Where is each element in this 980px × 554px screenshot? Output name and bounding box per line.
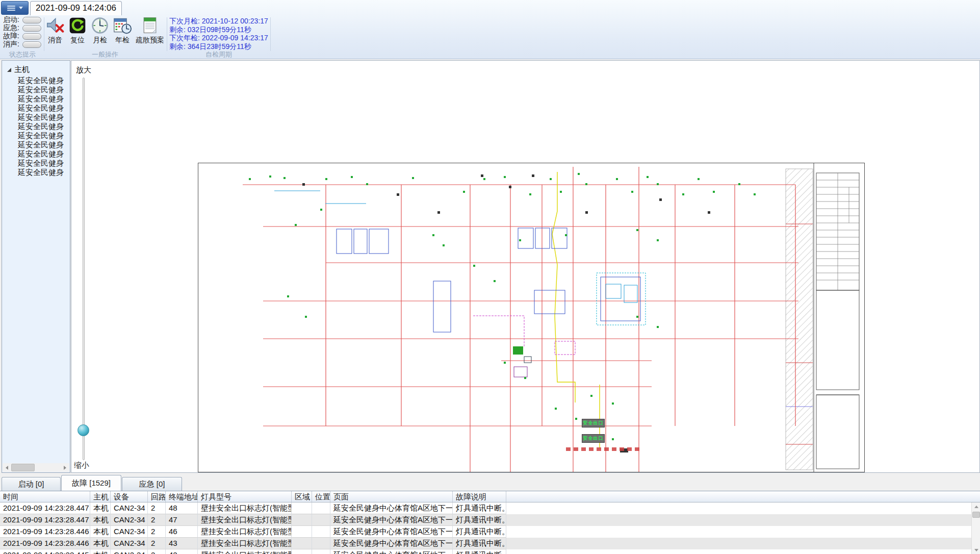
scrollbar-thumb[interactable] — [972, 512, 980, 518]
cell-terminal-address: 43 — [166, 538, 198, 549]
next-monthly-check: 下次月检: 2021-10-12 00:23:17 — [169, 17, 268, 26]
cell-location — [312, 514, 330, 526]
tree-root-host[interactable]: 主机 — [7, 65, 70, 74]
cell-device: CAN2-34 — [111, 514, 148, 526]
tree-item-device[interactable]: 延安全民健身 — [18, 140, 69, 149]
tree-item-device[interactable]: 延安全民健身 — [18, 113, 69, 122]
scroll-right-button[interactable] — [61, 463, 69, 472]
column-header[interactable]: 终端地址 — [166, 491, 198, 502]
monthly-remaining: 剩余: 032日09时59分11秒 — [169, 26, 268, 34]
selfcheck-group: 下次月检: 2021-10-12 00:23:17 剩余: 032日09时59分… — [169, 17, 268, 51]
table-row[interactable]: 2021-09-09 14:23:28.446 本机 CAN2-34 2 43 … — [0, 538, 971, 549]
column-header[interactable]: 位置 — [312, 491, 330, 502]
scrollbar-thumb[interactable] — [11, 464, 35, 471]
safety-exit-badge: 安全出口 — [582, 434, 605, 443]
zoom-in-label[interactable]: 放大 — [76, 65, 91, 75]
tab-start-events[interactable]: 启动 [0] — [2, 477, 61, 491]
column-header[interactable]: 主机 — [90, 491, 111, 502]
tree-item-device[interactable]: 延安全民健身 — [18, 168, 69, 177]
cad-floorplan-drawing[interactable]: 安全出口 安全出口 — [198, 163, 865, 472]
cell-location — [312, 502, 330, 514]
cell-lamp-model: 壁挂安全出口标志灯(智能型) — [198, 526, 292, 538]
event-log-panel: 启动 [0] 故障 [1529] 应急 [0] 时间 主机 设备 回路 终端地址… — [0, 473, 980, 554]
cell-location — [312, 538, 330, 549]
annual-check-button[interactable]: 年检 — [112, 16, 133, 45]
group-separator — [44, 17, 44, 51]
cell-host: 本机 — [90, 549, 111, 554]
cell-terminal-address: 46 — [166, 526, 198, 538]
cell-time: 2021-09-09 14:23:28.447 — [0, 502, 90, 514]
cell-lamp-model: 壁挂安全出口标志灯(智能型) — [198, 538, 292, 549]
cad-drawing-svg — [198, 163, 865, 472]
tree-horizontal-scrollbar[interactable] — [3, 463, 69, 472]
cell-fault-description: 灯具通讯中断。 — [453, 538, 506, 549]
column-header[interactable]: 设备 — [111, 491, 148, 502]
annual-remaining: 剩余: 364日23时59分11秒 — [169, 42, 268, 51]
table-row[interactable]: 2021-09-09 14:23:28.446 本机 CAN2-34 2 46 … — [0, 526, 971, 538]
next-annual-check: 下次年检: 2022-09-09 14:23:17 — [169, 34, 268, 42]
cell-area — [292, 502, 312, 514]
cell-host: 本机 — [90, 538, 111, 549]
column-header[interactable]: 区域 — [292, 491, 312, 502]
cell-time: 2021-09-09 14:23:28.446 — [0, 526, 90, 538]
cell-terminal-address: 48 — [166, 502, 198, 514]
column-header[interactable]: 页面 — [330, 491, 453, 502]
column-header[interactable]: 回路 — [148, 491, 166, 502]
scroll-left-button[interactable] — [3, 463, 11, 472]
mute-button[interactable]: 消音 — [45, 16, 65, 45]
table-row[interactable]: 2021-09-09 14:23:28.447 本机 CAN2-34 2 48 … — [0, 502, 971, 514]
scroll-up-button[interactable] — [972, 502, 980, 511]
tree-item-device[interactable]: 延安全民健身 — [18, 122, 69, 131]
menu-icon — [7, 6, 15, 11]
group-label-selfcheck: 自检周期 — [169, 50, 268, 58]
zoom-slider-track[interactable] — [83, 78, 85, 460]
app-menu-button[interactable] — [1, 1, 29, 15]
status-indicator-start — [22, 17, 41, 23]
clock-tab[interactable]: 2021-09-09 14:24:06 — [30, 1, 122, 15]
tree-item-device[interactable]: 延安全民健身 — [18, 149, 69, 159]
ribbon-toolbar: 2021-09-09 14:24:06 启动: 应急: 故障: 消声: 状态提示 — [0, 0, 980, 59]
column-header[interactable]: 灯具型号 — [198, 491, 292, 502]
cell-device: CAN2-34 — [111, 502, 148, 514]
cell-page: 延安全民健身中心体育馆A区地下一层 — [330, 514, 453, 526]
cell-time: 2021-09-09 14:23:28.447 — [0, 514, 90, 526]
cell-area — [292, 514, 312, 526]
column-header[interactable]: 时间 — [0, 491, 90, 502]
tree-items: 延安全民健身 延安全民健身 延安全民健身 延安全民健身 延安全民健身 延安全民健… — [18, 76, 70, 177]
cell-loop: 2 — [148, 502, 166, 514]
tab-emergency-events[interactable]: 应急 [0] — [122, 477, 182, 491]
table-row[interactable]: 2021-09-09 14:23:28.447 本机 CAN2-34 2 47 … — [0, 514, 971, 526]
reset-button[interactable]: 复位 — [67, 16, 88, 45]
status-group: 启动: 应急: 故障: 消声: — [3, 16, 43, 48]
column-header[interactable]: 故障说明 — [453, 491, 506, 502]
tree-item-device[interactable]: 延安全民健身 — [18, 76, 69, 85]
zoom-slider-thumb[interactable] — [78, 424, 89, 436]
monthly-check-clock-icon — [91, 16, 109, 35]
arrow-down-icon — [974, 549, 978, 551]
annual-check-calendar-icon — [113, 16, 132, 35]
tree-item-device[interactable]: 延安全民健身 — [18, 104, 69, 113]
group-separator — [167, 17, 167, 51]
tab-fault-events[interactable]: 故障 [1529] — [61, 475, 121, 491]
zoom-out-label[interactable]: 缩小 — [74, 461, 89, 470]
evacuation-plan-button[interactable]: 疏散预案 — [135, 16, 165, 45]
table-row[interactable]: 2021-09-09 14:23:28.445 本机 CAN2-34 2 42 … — [0, 549, 971, 554]
cell-page: 延安全民健身中心体育馆A区地下一层 — [330, 526, 453, 538]
cell-terminal-address: 47 — [166, 514, 198, 526]
tree-item-device[interactable]: 延安全民健身 — [18, 131, 69, 140]
mute-speaker-icon — [46, 16, 64, 35]
evacuation-plan-icon — [141, 16, 159, 35]
tree-item-device[interactable]: 延安全民健身 — [18, 159, 69, 168]
cell-fault-description: 灯具通讯中断。 — [453, 502, 506, 514]
scroll-down-button[interactable] — [972, 546, 980, 554]
floorplan-viewport[interactable]: 放大 缩小 — [71, 60, 980, 473]
group-separator — [270, 17, 271, 51]
fault-table-body: 2021-09-09 14:23:28.447 本机 CAN2-34 2 48 … — [0, 502, 971, 554]
tree-item-device[interactable]: 延安全民健身 — [18, 85, 69, 94]
tree-expander-icon[interactable] — [7, 68, 11, 72]
monthly-check-button[interactable]: 月检 — [90, 16, 110, 45]
table-vertical-scrollbar[interactable] — [971, 502, 980, 554]
tree-root-label: 主机 — [14, 65, 30, 74]
cell-device: CAN2-34 — [111, 549, 148, 554]
tree-item-device[interactable]: 延安全民健身 — [18, 94, 69, 104]
